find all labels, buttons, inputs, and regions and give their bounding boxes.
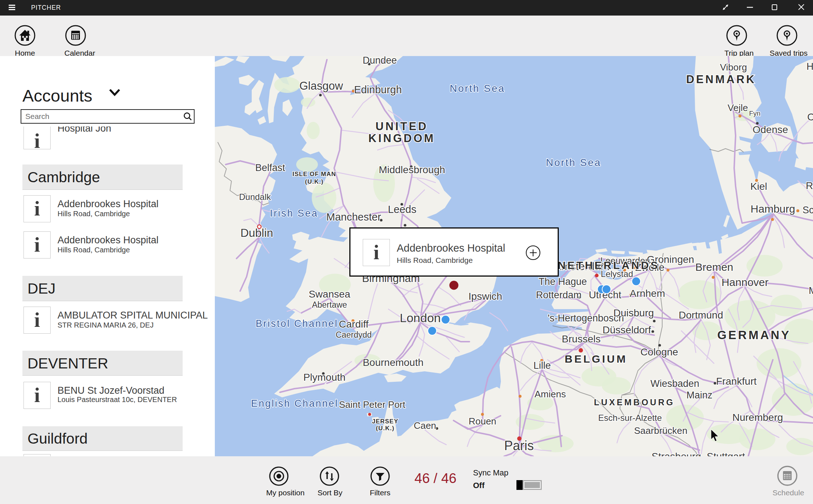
svg-text:Cardiff: Cardiff (339, 319, 369, 330)
svg-text:Bristol Channel: Bristol Channel (256, 318, 338, 329)
svg-text:Vejle: Vejle (728, 102, 748, 113)
svg-text:Düsseldorf: Düsseldorf (603, 324, 651, 336)
svg-text:ISLE OF MAN: ISLE OF MAN (293, 171, 336, 178)
svg-text:NETHERLANDS: NETHERLANDS (558, 259, 660, 271)
svg-text:Arnhem: Arnhem (630, 288, 665, 299)
svg-text:Edinburgh: Edinburgh (354, 84, 402, 95)
svg-text:Cologne: Cologne (640, 346, 678, 358)
svg-text:Rost: Rost (806, 180, 813, 191)
svg-text:(U.K.): (U.K.) (305, 178, 323, 185)
svg-text:Bournemouth: Bournemouth (363, 357, 423, 368)
svg-text:Odense: Odense (753, 124, 788, 135)
svg-text:Rotterdam: Rotterdam (536, 290, 582, 300)
svg-text:UNITED: UNITED (375, 120, 428, 133)
svg-text:Leeds: Leeds (388, 204, 416, 215)
svg-text:Caen: Caen (414, 420, 436, 431)
svg-text:Abertawe: Abertawe (312, 300, 347, 309)
svg-text:Nuremberg: Nuremberg (732, 412, 783, 423)
svg-text:English Channel: English Channel (251, 398, 339, 409)
svg-text:JERSEY: JERSEY (372, 418, 398, 425)
svg-text:(U.K.): (U.K.) (376, 425, 394, 432)
svg-text:Rouen: Rouen (469, 416, 497, 427)
svg-text:Hamburg: Hamburg (750, 203, 795, 215)
svg-text:Mainz: Mainz (686, 390, 712, 401)
svg-text:Fyn: Fyn (749, 110, 761, 117)
svg-text:Duisburg: Duisburg (613, 307, 654, 319)
svg-text:Lille: Lille (533, 360, 551, 371)
svg-text:Mag: Mag (809, 285, 813, 296)
svg-text:Viborg: Viborg (720, 62, 747, 73)
svg-text:Paris: Paris (504, 438, 534, 453)
svg-text:GERMANY: GERMANY (717, 328, 791, 342)
svg-text:Frankfurt: Frankfurt (716, 376, 757, 387)
svg-text:London: London (400, 311, 440, 325)
svg-text:Dundalk: Dundalk (239, 192, 271, 202)
svg-text:Amiens: Amiens (535, 389, 566, 400)
svg-text:Manchester: Manchester (326, 211, 381, 223)
svg-text:Hil: Hil (806, 61, 813, 72)
svg-text:Saint Peter Port: Saint Peter Port (339, 399, 405, 410)
svg-text:North Sea: North Sea (450, 83, 505, 94)
svg-text:Glasgow: Glasgow (299, 80, 343, 92)
svg-text:Stuttgart: Stuttgart (707, 451, 745, 456)
svg-text:Kiel: Kiel (750, 181, 767, 192)
svg-text:Belfast: Belfast (255, 162, 285, 173)
svg-text:Ipswich: Ipswich (468, 291, 502, 302)
svg-text:Copenh: Copenh (807, 111, 813, 123)
svg-text:DENMARK: DENMARK (686, 73, 756, 86)
svg-text:LUXEMBOURG: LUXEMBOURG (594, 397, 674, 407)
svg-text:Dublin: Dublin (241, 226, 273, 239)
svg-text:North Sea: North Sea (546, 157, 601, 168)
svg-text:Schw: Schw (803, 205, 813, 215)
svg-text:Wiesbaden: Wiesbaden (650, 378, 699, 389)
svg-text:KINGDOM: KINGDOM (369, 132, 435, 145)
svg-text:Dortmund: Dortmund (679, 309, 723, 321)
svg-text:Brussels: Brussels (562, 333, 600, 345)
svg-text:Middlesbrough: Middlesbrough (379, 164, 445, 175)
svg-text:Strasbourg: Strasbourg (652, 451, 701, 456)
svg-text:'s-Hertogenbosch: 's-Hertogenbosch (548, 313, 624, 324)
svg-text:Plymouth: Plymouth (303, 372, 346, 383)
svg-text:Saarbrücken: Saarbrücken (634, 425, 687, 436)
svg-text:The Hague: The Hague (539, 276, 587, 287)
svg-text:Swansea: Swansea (308, 289, 350, 300)
svg-text:Dundee: Dundee (363, 56, 397, 66)
svg-text:Irish Sea: Irish Sea (270, 208, 318, 219)
svg-text:Bremen: Bremen (695, 261, 733, 273)
svg-text:Hannover: Hannover (722, 276, 769, 288)
svg-text:Caerdydd: Caerdydd (336, 330, 372, 339)
svg-text:BELGIUM: BELGIUM (565, 353, 627, 365)
svg-text:Esch-sur-Alzette: Esch-sur-Alzette (598, 413, 662, 423)
